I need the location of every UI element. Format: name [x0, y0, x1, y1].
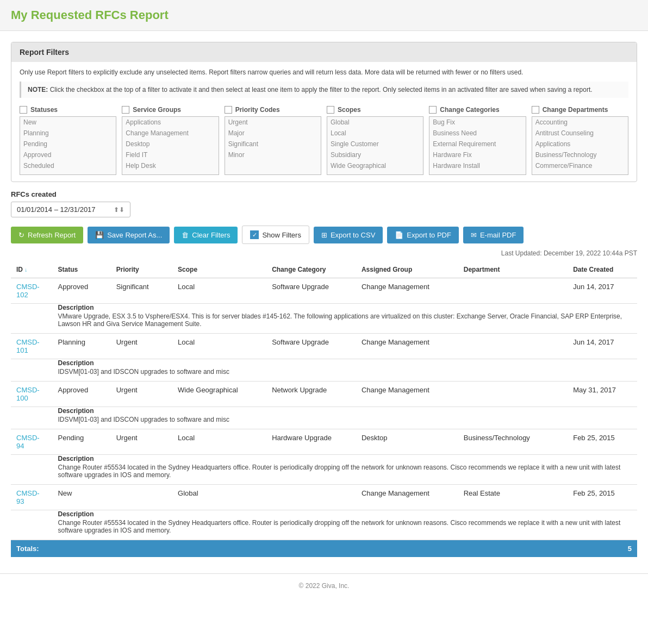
row-description-cell: Description Change Router #55534 located… — [52, 455, 637, 485]
export-pdf-icon: 📄 — [395, 231, 403, 239]
row-priority: Urgent — [111, 382, 172, 407]
list-item[interactable]: Accounting — [532, 117, 628, 128]
list-item[interactable]: Field IT — [122, 149, 218, 160]
col-header-date-created: Date Created — [568, 261, 637, 278]
row-scope: Local — [172, 334, 266, 359]
list-item[interactable]: Single Customer — [327, 139, 423, 149]
row-assigned-group: Change Management — [356, 382, 458, 407]
list-item[interactable]: Business/Technology — [532, 149, 628, 160]
list-item[interactable]: Pending — [20, 139, 116, 149]
row-priority: Urgent — [111, 429, 172, 455]
list-item[interactable]: Applications — [122, 117, 218, 128]
service-groups-checkbox[interactable] — [122, 106, 129, 114]
row-scope: Global — [172, 485, 266, 510]
row-id[interactable]: CMSD-102 — [11, 278, 52, 304]
list-item[interactable]: Help Desk — [122, 160, 218, 171]
scopes-label: Scopes — [338, 106, 361, 114]
list-item[interactable]: Applications — [532, 139, 628, 149]
priority-codes-label: Priority Codes — [235, 106, 280, 114]
list-item[interactable]: Urgent — [225, 117, 321, 128]
scopes-checkbox[interactable] — [327, 106, 334, 114]
list-item[interactable]: New — [20, 117, 116, 128]
clear-icon: 🗑 — [182, 231, 189, 239]
row-priority: Significant — [111, 278, 172, 304]
statuses-checkbox[interactable] — [20, 106, 27, 114]
list-item[interactable]: Bug Fix — [429, 117, 525, 128]
list-item[interactable]: Desktop — [122, 139, 218, 149]
export-pdf-button[interactable]: 📄 Export to PDF — [387, 227, 459, 243]
row-date-created: May 31, 2017 — [568, 382, 637, 407]
row-status: Planning — [52, 334, 110, 359]
filter-col-change-categories: Change Categories Bug Fix Business Need … — [429, 106, 526, 175]
list-item[interactable]: Scheduled — [20, 160, 116, 171]
row-description-cell: Description Change Router #55534 located… — [52, 510, 637, 540]
priority-codes-checkbox[interactable] — [225, 106, 232, 114]
clear-filters-button[interactable]: 🗑 Clear Filters — [174, 227, 238, 243]
list-item[interactable]: Significant — [225, 139, 321, 149]
row-id[interactable]: CMSD-93 — [11, 485, 52, 510]
email-pdf-icon: ✉ — [471, 231, 477, 239]
row-change-category: Network Upgrade — [266, 382, 356, 407]
row-scope: Local — [172, 278, 266, 304]
list-item[interactable]: Minor — [225, 149, 321, 160]
col-header-id[interactable]: ID ↓ — [11, 261, 52, 278]
list-item[interactable]: Wide Geographical — [327, 160, 423, 171]
change-departments-listbox[interactable]: Accounting Antitrust Counseling Applicat… — [532, 116, 628, 175]
table-row: CMSD-100 Approved Urgent Wide Geographic… — [11, 382, 637, 407]
row-date-created: Jun 14, 2017 — [568, 278, 637, 304]
row-id[interactable]: CMSD-100 — [11, 382, 52, 407]
scopes-listbox[interactable]: Global Local Single Customer Subsidiary … — [327, 116, 423, 175]
totals-count: 5 — [568, 540, 637, 558]
change-categories-checkbox[interactable] — [429, 106, 437, 114]
show-filters-label: Show Filters — [262, 231, 301, 239]
date-arrows-icon: ⬆⬇ — [114, 206, 124, 214]
list-item[interactable]: Hardware Install — [429, 160, 525, 171]
table-row: CMSD-94 Pending Urgent Local Hardware Up… — [11, 429, 637, 455]
row-change-category — [266, 485, 356, 510]
list-item[interactable]: Commerce/Finance — [532, 160, 628, 171]
email-pdf-label: E-mail PDF — [480, 231, 516, 239]
statuses-listbox[interactable]: New Planning Pending Approved Scheduled — [20, 116, 116, 175]
list-item[interactable]: Hardware Fix — [429, 149, 525, 160]
service-groups-listbox[interactable]: Applications Change Management Desktop F… — [122, 116, 219, 175]
row-id[interactable]: CMSD-101 — [11, 334, 52, 359]
priority-codes-listbox[interactable]: Urgent Major Significant Minor — [225, 116, 321, 175]
list-item[interactable]: Planning — [20, 128, 116, 139]
list-item[interactable]: External Requirement — [429, 139, 525, 149]
show-filters-button[interactable]: ✓ Show Filters — [242, 226, 309, 244]
refresh-report-button[interactable]: ↻ Refresh Report — [11, 227, 83, 243]
row-id[interactable]: CMSD-94 — [11, 429, 52, 455]
change-categories-listbox[interactable]: Bug Fix Business Need External Requireme… — [429, 116, 526, 175]
list-item[interactable]: Global — [327, 117, 423, 128]
save-label: Save Report As... — [107, 231, 162, 239]
list-item[interactable]: Business Need — [429, 128, 525, 139]
desc-label: Description — [58, 304, 632, 311]
export-csv-icon: ⊞ — [321, 231, 327, 239]
col-header-department: Department — [458, 261, 568, 278]
save-report-button[interactable]: 💾 Save Report As... — [88, 227, 170, 243]
filter-col-change-departments: Change Departments Accounting Antitrust … — [532, 106, 628, 175]
desc-text: IDSVM[01-03] and IDSCON upgrades to soft… — [58, 368, 632, 376]
list-item[interactable]: Major — [225, 128, 321, 139]
list-item[interactable]: Antitrust Counseling — [532, 128, 628, 139]
clear-label: Clear Filters — [192, 231, 230, 239]
email-pdf-button[interactable]: ✉ E-mail PDF — [463, 227, 524, 243]
row-date-created: Feb 25, 2015 — [568, 485, 637, 510]
list-item[interactable]: Local — [327, 128, 423, 139]
filter-col-service-groups: Service Groups Applications Change Manag… — [122, 106, 219, 175]
row-change-category: Software Upgrade — [266, 334, 356, 359]
row-status: Approved — [52, 382, 110, 407]
list-item[interactable]: Approved — [20, 149, 116, 160]
change-departments-checkbox[interactable] — [532, 106, 539, 114]
export-csv-button[interactable]: ⊞ Export to CSV — [314, 227, 383, 243]
row-status: Pending — [52, 429, 110, 455]
col-header-scope: Scope — [172, 261, 266, 278]
row-assigned-group: Desktop — [356, 429, 458, 455]
report-filters-box: Report Filters Only use Report filters t… — [11, 42, 637, 182]
list-item[interactable]: Change Management — [122, 128, 218, 139]
date-range-input[interactable]: 01/01/2014 – 12/31/2017 ⬆⬇ — [11, 202, 130, 217]
row-priority — [111, 485, 172, 510]
list-item[interactable]: Subsidiary — [327, 149, 423, 160]
filter-col-priority-codes: Priority Codes Urgent Major Significant … — [225, 106, 321, 175]
desc-label: Description — [58, 359, 632, 367]
